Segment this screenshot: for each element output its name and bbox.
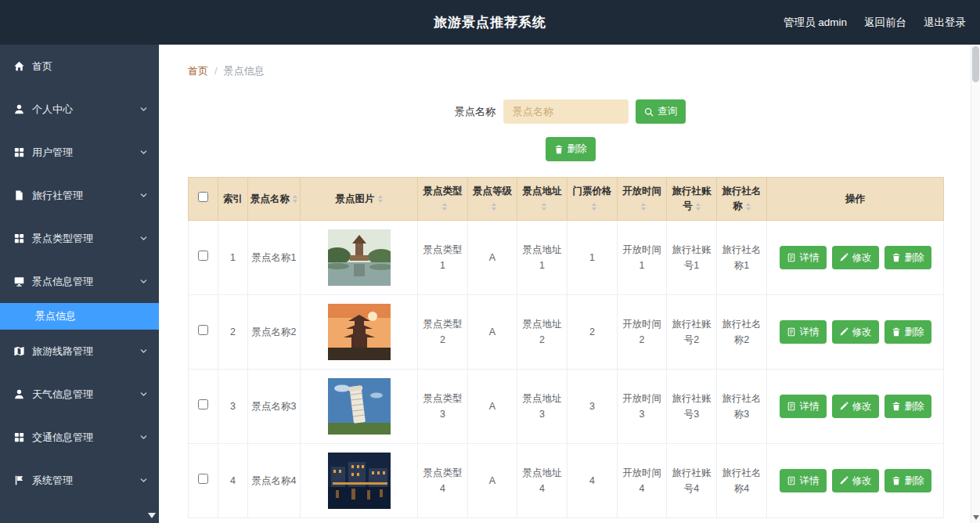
sidebar-item-3[interactable]: 用户管理 [0, 131, 159, 174]
query-button[interactable]: 查询 [636, 99, 686, 124]
trash-icon [892, 327, 901, 337]
cell-address: 景点地址2 [517, 295, 567, 370]
column-header[interactable]: 景点图片 [301, 178, 418, 221]
file-icon [13, 189, 25, 201]
sidebar-scroll-down-icon[interactable] [148, 513, 156, 518]
edit-button[interactable]: 修改 [832, 469, 879, 492]
edit-icon [839, 402, 848, 411]
table-row: 1景点名称1景点类型1A景点地址11开放时间1旅行社账号1旅行社名称1详情修改删… [189, 221, 944, 295]
edit-button[interactable]: 修改 [832, 395, 879, 418]
detail-button[interactable]: 详情 [780, 320, 827, 344]
column-label: 索引 [223, 193, 243, 204]
cell-agency-name: 旅行社名称2 [717, 295, 767, 370]
row-checkbox[interactable] [198, 399, 208, 409]
sidebar-item-9[interactable]: 交通信息管理 [0, 416, 159, 459]
detail-button[interactable]: 详情 [780, 469, 827, 492]
column-header[interactable]: 旅行社名称 [717, 178, 767, 221]
sort-icon[interactable] [542, 203, 546, 211]
search-icon [644, 107, 654, 117]
row-checkbox[interactable] [198, 325, 208, 335]
sidebar-item-10[interactable]: 系统管理 [0, 459, 159, 502]
bulk-delete-button[interactable]: 删除 [546, 137, 596, 161]
sort-icon[interactable] [378, 195, 383, 203]
delete-button[interactable]: 删除 [885, 469, 931, 492]
cell-agency-name: 旅行社名称1 [717, 221, 767, 295]
column-label: 开放时间 [622, 186, 661, 197]
sidebar-item-6[interactable]: 景点信息管理 [0, 260, 159, 303]
edit-icon [839, 327, 848, 337]
cell-address: 景点地址3 [517, 370, 567, 444]
column-header[interactable]: 景点类型 [418, 178, 468, 221]
sidebar-item-4[interactable]: 旅行社管理 [0, 174, 159, 217]
trash-icon [892, 402, 901, 411]
detail-button[interactable]: 详情 [780, 395, 827, 418]
sidebar-item-label: 景点类型管理 [32, 232, 139, 246]
row-checkbox[interactable] [198, 251, 208, 261]
cell-type: 景点类型4 [418, 444, 468, 518]
logout-link[interactable]: 退出登录 [924, 16, 966, 30]
column-header[interactable]: 景点等级 [468, 178, 517, 221]
row-checkbox[interactable] [198, 474, 208, 484]
trash-icon [892, 253, 901, 262]
cell-grade: A [468, 221, 517, 295]
chevron-down-icon [139, 433, 148, 442]
sidebar-item-2[interactable]: 个人中心 [0, 88, 159, 131]
sidebar-item-label: 旅行社管理 [32, 189, 139, 203]
sort-icon[interactable] [442, 203, 447, 211]
topbar: 旅游景点推荐系统 管理员 admin 返回前台 退出登录 [0, 0, 980, 45]
search-input[interactable] [503, 99, 629, 124]
attractions-table: 索引景点名称景点图片景点类型景点等级景点地址门票价格开放时间旅行社账号旅行社名称… [188, 177, 944, 518]
column-header[interactable]: 开放时间 [618, 178, 667, 221]
back-to-front-link[interactable]: 返回前台 [864, 16, 906, 30]
sidebar-subitem[interactable]: 景点信息 [0, 303, 159, 330]
column-header[interactable]: 门票价格 [567, 178, 618, 221]
cell-price: 1 [567, 221, 618, 295]
column-label: 景点等级 [473, 186, 512, 197]
table-body: 1景点名称1景点类型1A景点地址11开放时间1旅行社账号1旅行社名称1详情修改删… [189, 221, 944, 518]
breadcrumb-home[interactable]: 首页 [188, 65, 208, 77]
scrollbar-down-arrow[interactable] [973, 515, 979, 520]
sort-icon[interactable] [746, 203, 751, 211]
chevron-down-icon [139, 277, 148, 286]
delete-button[interactable]: 删除 [885, 320, 931, 344]
column-header[interactable]: 旅行社账号 [667, 178, 717, 221]
edit-button[interactable]: 修改 [832, 246, 879, 269]
cell-grade: A [468, 295, 517, 370]
column-label: 旅行社名称 [722, 186, 762, 211]
detail-button[interactable]: 详情 [780, 246, 827, 269]
app-title: 旅游景点推荐系统 [434, 13, 546, 31]
sort-icon[interactable] [592, 203, 596, 211]
chevron-down-icon [139, 105, 148, 114]
sort-icon[interactable] [641, 203, 646, 211]
cell-name: 景点名称3 [248, 370, 301, 444]
sort-icon[interactable] [492, 203, 496, 211]
column-label: 景点类型 [423, 186, 463, 197]
attraction-photo [328, 229, 391, 286]
chevron-down-icon [139, 347, 148, 355]
column-label: 景点地址 [523, 186, 562, 197]
map-icon [13, 345, 25, 357]
sidebar-item-1[interactable]: 首页 [0, 45, 159, 88]
cell-agency-account: 旅行社账号3 [667, 370, 717, 444]
delete-button[interactable]: 删除 [885, 395, 931, 418]
edit-button[interactable]: 修改 [832, 320, 879, 344]
vertical-scrollbar[interactable] [971, 45, 980, 523]
cell-open-time: 开放时间1 [618, 221, 667, 295]
sidebar-item-8[interactable]: 天气信息管理 [0, 373, 159, 416]
cell-index: 2 [218, 295, 248, 370]
flag-icon [13, 474, 25, 486]
main-content: 首页/景点信息 景点名称 查询 删除 [159, 45, 980, 523]
column-header[interactable]: 景点地址 [517, 178, 567, 221]
delete-button[interactable]: 删除 [885, 246, 931, 269]
select-all-checkbox[interactable] [198, 192, 208, 202]
sort-icon[interactable] [293, 195, 297, 203]
sort-icon[interactable] [696, 203, 701, 211]
sidebar-item-7[interactable]: 旅游线路管理 [0, 330, 159, 373]
sidebar-item-5[interactable]: 景点类型管理 [0, 217, 159, 260]
search-label: 景点名称 [455, 105, 495, 119]
edit-icon [839, 476, 848, 485]
column-header[interactable]: 景点名称 [248, 178, 301, 221]
cell-agency-name: 旅行社名称3 [717, 370, 767, 444]
cell-agency-name: 旅行社名称4 [717, 444, 767, 518]
scrollbar-thumb[interactable] [972, 46, 979, 82]
